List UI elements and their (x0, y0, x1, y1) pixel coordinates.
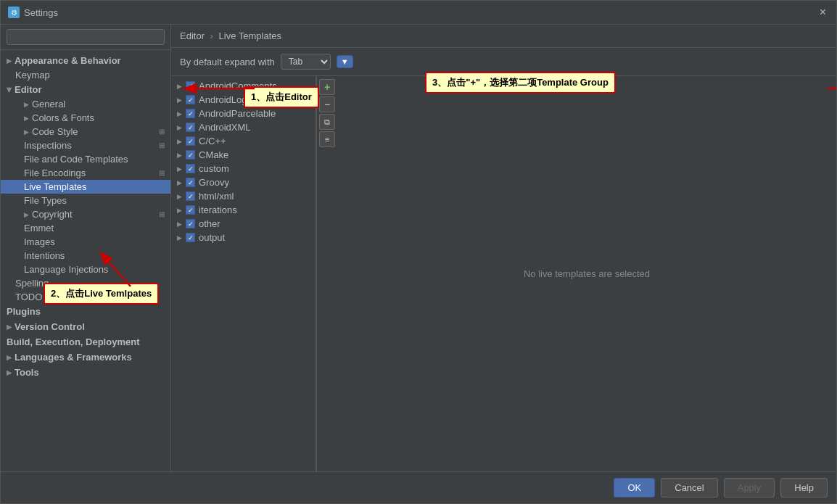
sidebar-item-file-types[interactable]: File Types (1, 194, 170, 207)
list-item[interactable]: ▶ ✓ CMake (171, 148, 316, 162)
chevron-icon: ▶ (7, 354, 12, 361)
sidebar-item-appearance[interactable]: ▶ Appearance & Behavior (1, 53, 170, 68)
sidebar-item-tools[interactable]: ▶ Tools (1, 365, 170, 380)
right-panel: Editor › Live Templates By default expan… (171, 25, 836, 471)
close-button[interactable]: × (817, 5, 829, 20)
ok-button[interactable]: OK (614, 478, 655, 497)
list-item[interactable]: ▶ ✓ AndroidParcelable (171, 107, 316, 120)
annotation-add: 3、点击"+"，选择第二项Template Group (425, 72, 616, 94)
left-panel: ▶ Appearance & Behavior Keymap ▶ Editor … (1, 25, 171, 471)
sidebar-item-keymap[interactable]: Keymap (1, 68, 170, 82)
list-item[interactable]: ▶ ✓ iterations (171, 203, 316, 217)
sidebar-item-inspections[interactable]: Inspections ⊞ (1, 139, 170, 152)
sidebar-item-label: Colors & Fonts (32, 112, 94, 123)
template-detail: No live templates are selected (337, 76, 836, 471)
checkbox-icon[interactable]: ✓ (186, 191, 195, 201)
arrow-to-add (824, 74, 836, 103)
sidebar-item-live-templates[interactable]: Live Templates (1, 180, 170, 194)
app-icon: ⚙ (8, 7, 20, 18)
list-item[interactable]: ▶ ✓ html/xml (171, 189, 316, 203)
sidebar-item-file-encodings[interactable]: File Encodings ⊞ (1, 166, 170, 180)
list-item[interactable]: ▶ ✓ C/C++ (171, 134, 316, 148)
sidebar-item-copyright[interactable]: ▶ Copyright ⊞ (1, 207, 170, 221)
sidebar-item-label: Keymap (15, 70, 50, 80)
group-label: AndroidXML (199, 122, 251, 133)
sidebar-item-colors-fonts[interactable]: ▶ Colors & Fonts (1, 111, 170, 125)
chevron-icon: ▶ (7, 57, 12, 65)
inspections-icon: ⊞ (159, 141, 165, 149)
title-bar: ⚙ Settings × (1, 1, 836, 25)
checkbox-icon[interactable]: ✓ (186, 233, 195, 242)
file-enc-icon: ⊞ (159, 169, 165, 177)
sidebar-item-plugins[interactable]: Plugins (1, 304, 170, 319)
sidebar-item-label: Copyright (32, 209, 73, 220)
checkbox-icon[interactable]: ✓ (186, 123, 195, 132)
arrow-to-live-templates (87, 247, 145, 290)
templates-list: ▶ ✓ AndroidComments ▶ ✓ AndroidLog ▶ ✓ (171, 76, 316, 471)
chevron-icon: ▶ (177, 138, 182, 145)
checkbox-icon[interactable]: ✓ (186, 136, 195, 146)
group-label: html/xml (199, 191, 234, 202)
sidebar-item-label: Code Style (32, 126, 78, 137)
sidebar-item-label: Editor (15, 84, 42, 95)
breadcrumb-sep: › (210, 30, 213, 41)
sidebar-item-label: Live Templates (24, 181, 86, 192)
sidebar-item-editor[interactable]: ▶ Editor (1, 82, 170, 97)
sidebar-item-label: Version Control (15, 321, 85, 332)
sidebar-item-label: Emmet (24, 223, 54, 234)
add-button[interactable]: + (319, 79, 335, 95)
breadcrumb-editor: Editor (180, 30, 205, 41)
templates-list-area: ▶ ✓ AndroidComments ▶ ✓ AndroidLog ▶ ✓ (171, 76, 316, 471)
list-item[interactable]: ▶ ✓ output (171, 231, 316, 244)
chevron-icon: ▶ (24, 115, 29, 122)
sidebar-item-general[interactable]: ▶ General (1, 97, 170, 111)
list-item[interactable]: ▶ ✓ other (171, 217, 316, 231)
group-label: Groovy (199, 177, 229, 188)
sidebar-item-emmet[interactable]: Emmet (1, 221, 170, 235)
checkbox-icon[interactable]: ✓ (186, 219, 195, 228)
help-button[interactable]: Help (780, 478, 828, 497)
list-item[interactable]: ▶ ✓ AndroidXML (171, 120, 316, 134)
chevron-icon: ▶ (177, 207, 182, 214)
expand-dropdown-arrow[interactable]: ▼ (337, 55, 353, 68)
chevron-icon: ▶ (24, 101, 29, 108)
chevron-icon: ▶ (6, 87, 13, 92)
apply-button[interactable]: Apply (724, 478, 775, 497)
checkbox-icon[interactable]: ✓ (186, 150, 195, 160)
breadcrumb-live-templates: Live Templates (219, 30, 281, 41)
group-label: iterations (199, 205, 237, 215)
title-bar-left: ⚙ Settings (8, 7, 58, 18)
chevron-icon: ▶ (24, 211, 29, 218)
checkbox-icon[interactable]: ✓ (186, 178, 195, 187)
group-label: CMake (199, 149, 228, 160)
copy-button[interactable]: ⧉ (319, 114, 335, 130)
sidebar-item-version-control[interactable]: ▶ Version Control (1, 319, 170, 334)
sidebar-item-code-style[interactable]: ▶ Code Style ⊞ (1, 125, 170, 139)
sidebar-item-languages[interactable]: ▶ Languages & Frameworks (1, 350, 170, 365)
group-label: other (199, 218, 220, 229)
no-selection-message: No live templates are selected (337, 76, 836, 471)
list-item[interactable]: ▶ ✓ Groovy (171, 175, 316, 189)
group-label: AndroidParcelable (199, 108, 276, 119)
chevron-icon: ▶ (177, 234, 182, 241)
search-input[interactable] (7, 29, 165, 45)
remove-button[interactable]: − (319, 96, 335, 112)
chevron-icon: ▶ (177, 220, 182, 228)
sidebar-item-label: Images (24, 236, 55, 247)
group-label: output (199, 232, 225, 243)
move-button[interactable]: ≡ (319, 131, 335, 147)
checkbox-icon[interactable]: ✓ (186, 205, 195, 215)
checkbox-icon[interactable]: ✓ (186, 164, 195, 173)
dialog-footer: OK Cancel Apply Help (1, 471, 836, 503)
chevron-icon: ▶ (7, 369, 12, 376)
expand-label: By default expand with (180, 57, 275, 67)
sidebar-item-label: Tools (15, 367, 39, 378)
cancel-button[interactable]: Cancel (661, 478, 717, 497)
expand-dropdown[interactable]: Tab Enter Space (281, 54, 331, 70)
sidebar-item-label: Inspections (24, 140, 72, 151)
sidebar-item-file-code-templates[interactable]: File and Code Templates (1, 152, 170, 166)
list-item[interactable]: ▶ ✓ custom (171, 162, 316, 175)
sidebar-item-label: Intentions (24, 250, 65, 261)
sidebar-item-build[interactable]: Build, Execution, Deployment (1, 334, 170, 350)
checkbox-icon[interactable]: ✓ (186, 109, 195, 118)
